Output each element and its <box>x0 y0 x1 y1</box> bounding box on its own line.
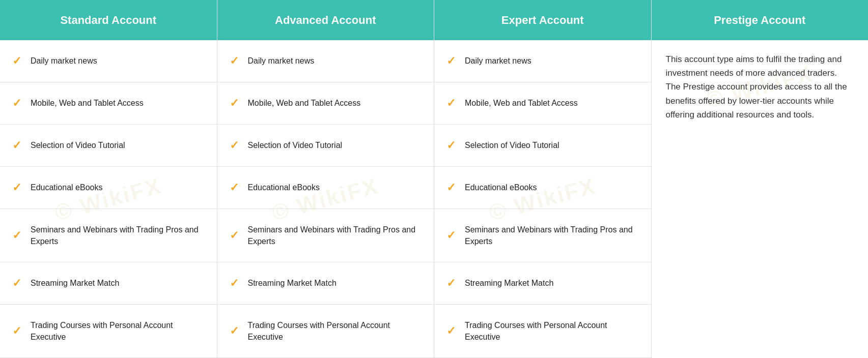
column-prestige: Prestige Account© WikiFXThis account typ… <box>652 0 869 358</box>
checkmark-icon: ✓ <box>230 181 239 194</box>
feature-text: Selection of Video Tutorial <box>31 139 125 151</box>
cell-advanced-1: ✓Mobile, Web and Tablet Access <box>217 82 434 125</box>
feature-text: Streaming Market Match <box>31 277 119 289</box>
body-expert: © WikiFX✓Daily market news✓Mobile, Web a… <box>434 40 651 358</box>
cell-standard-4: ✓Seminars and Webinars with Trading Pros… <box>0 209 217 262</box>
body-advanced: © WikiFX✓Daily market news✓Mobile, Web a… <box>217 40 434 358</box>
feature-text: Daily market news <box>248 55 315 67</box>
checkmark-icon: ✓ <box>446 324 456 338</box>
checkmark-icon: ✓ <box>230 139 239 152</box>
feature-text: Trading Courses with Personal Account Ex… <box>465 319 639 343</box>
checkmark-icon: ✓ <box>12 97 21 110</box>
feature-text: Seminars and Webinars with Trading Pros … <box>465 224 639 247</box>
header-prestige: Prestige Account <box>652 0 869 40</box>
prestige-description: This account type aims to fulfil the tra… <box>652 40 869 134</box>
checkmark-icon: ✓ <box>446 181 456 194</box>
column-advanced: Advanced Account© WikiFX✓Daily market ne… <box>217 0 435 358</box>
cell-expert-6: ✓Trading Courses with Personal Account E… <box>434 305 651 358</box>
cell-expert-1: ✓Mobile, Web and Tablet Access <box>434 82 651 125</box>
cell-advanced-5: ✓Streaming Market Match <box>217 262 434 305</box>
checkmark-icon: ✓ <box>12 181 21 194</box>
checkmark-icon: ✓ <box>446 277 456 290</box>
cell-advanced-6: ✓Trading Courses with Personal Account E… <box>217 305 434 358</box>
checkmark-icon: ✓ <box>230 324 239 338</box>
feature-text: Seminars and Webinars with Trading Pros … <box>31 224 205 247</box>
cell-standard-6: ✓Trading Courses with Personal Account E… <box>0 305 217 358</box>
cell-expert-0: ✓Daily market news <box>434 40 651 82</box>
feature-text: Trading Courses with Personal Account Ex… <box>31 319 205 343</box>
cell-expert-5: ✓Streaming Market Match <box>434 262 651 305</box>
checkmark-icon: ✓ <box>12 277 21 290</box>
feature-text: Seminars and Webinars with Trading Pros … <box>248 224 422 247</box>
cell-expert-3: ✓Educational eBooks <box>434 167 651 209</box>
feature-text: Mobile, Web and Tablet Access <box>248 97 361 109</box>
checkmark-icon: ✓ <box>446 97 456 110</box>
checkmark-icon: ✓ <box>12 229 21 242</box>
cell-advanced-2: ✓Selection of Video Tutorial <box>217 125 434 167</box>
checkmark-icon: ✓ <box>230 229 239 242</box>
header-standard: Standard Account <box>0 0 217 40</box>
feature-text: Streaming Market Match <box>465 277 553 289</box>
comparison-table: Standard Account© WikiFX✓Daily market ne… <box>0 0 868 358</box>
feature-text: Educational eBooks <box>31 182 102 193</box>
feature-text: Selection of Video Tutorial <box>465 139 559 151</box>
feature-text: Educational eBooks <box>248 182 320 193</box>
header-advanced: Advanced Account <box>217 0 434 40</box>
checkmark-icon: ✓ <box>230 97 239 110</box>
checkmark-icon: ✓ <box>12 54 21 68</box>
checkmark-icon: ✓ <box>446 139 456 152</box>
cell-advanced-0: ✓Daily market news <box>217 40 434 82</box>
checkmark-icon: ✓ <box>230 54 239 68</box>
body-prestige: © WikiFXThis account type aims to fulfil… <box>652 40 869 134</box>
checkmark-icon: ✓ <box>230 277 239 290</box>
cell-standard-1: ✓Mobile, Web and Tablet Access <box>0 82 217 125</box>
cell-standard-5: ✓Streaming Market Match <box>0 262 217 305</box>
feature-text: Trading Courses with Personal Account Ex… <box>248 319 422 343</box>
cell-expert-2: ✓Selection of Video Tutorial <box>434 125 651 167</box>
feature-text: Mobile, Web and Tablet Access <box>465 97 578 109</box>
checkmark-icon: ✓ <box>12 324 21 338</box>
feature-text: Mobile, Web and Tablet Access <box>31 97 144 109</box>
feature-text: Streaming Market Match <box>248 277 337 289</box>
cell-standard-0: ✓Daily market news <box>0 40 217 82</box>
cell-expert-4: ✓Seminars and Webinars with Trading Pros… <box>434 209 651 262</box>
header-expert: Expert Account <box>434 0 651 40</box>
cell-advanced-3: ✓Educational eBooks <box>217 167 434 209</box>
cell-advanced-4: ✓Seminars and Webinars with Trading Pros… <box>217 209 434 262</box>
feature-text: Daily market news <box>465 55 531 67</box>
cell-standard-2: ✓Selection of Video Tutorial <box>0 125 217 167</box>
checkmark-icon: ✓ <box>446 54 456 68</box>
column-expert: Expert Account© WikiFX✓Daily market news… <box>434 0 652 358</box>
checkmark-icon: ✓ <box>446 229 456 242</box>
feature-text: Daily market news <box>31 55 97 67</box>
checkmark-icon: ✓ <box>12 139 21 152</box>
feature-text: Selection of Video Tutorial <box>248 139 343 151</box>
column-standard: Standard Account© WikiFX✓Daily market ne… <box>0 0 217 358</box>
body-standard: © WikiFX✓Daily market news✓Mobile, Web a… <box>0 40 217 358</box>
feature-text: Educational eBooks <box>465 182 537 193</box>
cell-standard-3: ✓Educational eBooks <box>0 167 217 209</box>
